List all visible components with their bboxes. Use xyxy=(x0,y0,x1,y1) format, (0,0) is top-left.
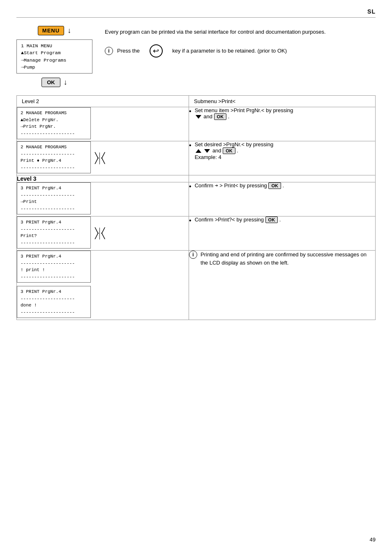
bullet-item-l3-2: • Confirm >Print?< by pressing OK . xyxy=(189,216,375,224)
lcd-r2-l3: Print ♦ PrgNr.4 xyxy=(21,157,87,164)
header-col-right: Submenu >Print< xyxy=(189,96,376,107)
ok-inline-btn-2[interactable]: OK xyxy=(223,147,235,154)
ok-inline-btn-l3-1[interactable]: OK xyxy=(268,182,281,189)
example-text: Example: 4 xyxy=(195,154,221,160)
ok-row: OK ↓ xyxy=(42,78,67,87)
level3-row1-left: 3 PRINT PrgNr.4 -------------------- →Pr… xyxy=(17,182,189,216)
and-text-2: and xyxy=(212,147,223,154)
level3-row2-left-inner: 3 PRINT PrgNr.4 -------------------- Pri… xyxy=(17,216,189,250)
page-number: 49 xyxy=(370,537,376,543)
lcd-l3r4: 3 PRINT PrgNr.4 -------------------- don… xyxy=(17,286,91,318)
lcd-l3r2-l2: -------------------- xyxy=(21,226,87,233)
arrow-down-icon: ↓ xyxy=(67,26,71,35)
lcd-row2: 2 MANAGE PROGRAMS -------------------- P… xyxy=(17,141,91,173)
level3-row-1: 3 PRINT PrgNr.4 -------------------- →Pr… xyxy=(17,182,376,216)
lcd-l3r2-l1: 3 PRINT PrgNr.4 xyxy=(21,219,87,226)
lcd-r2-l2: -------------------- xyxy=(21,151,87,158)
lcd-row1: 2 MANAGE PROGRAMS ▲Delete PrgNr. →Print … xyxy=(17,107,91,139)
and-text-1: and xyxy=(203,113,214,120)
level3-row3-left: 3 PRINT PrgNr.4 -------------------- ! p… xyxy=(17,251,189,320)
level3-header-right xyxy=(189,175,376,182)
row2-left-inner: 2 MANAGE PROGRAMS -------------------- P… xyxy=(17,141,189,175)
row1-right: • Set menu item >Print PrgNr.< by pressi… xyxy=(189,107,376,141)
confirm-print-text: > Print< by pressing xyxy=(219,182,268,189)
period-1: . xyxy=(228,113,230,120)
level3-row3-right: i Printing and end of printing are confi… xyxy=(189,251,376,320)
ok-inline-btn-1[interactable]: OK xyxy=(214,113,227,120)
lcd-r1-l3: →Print PrgNr. xyxy=(21,123,87,130)
level3-row2-right: • Confirm >Print?< by pressing OK . xyxy=(189,216,376,251)
ok-arrow-down-icon: ↓ xyxy=(64,78,67,87)
lcd-line4: →Pump xyxy=(21,64,88,71)
lcd-r1-l2: ▲Delete PrgNr. xyxy=(21,117,87,124)
lcd-l3r3: 3 PRINT PrgNr.4 -------------------- ! p… xyxy=(17,251,91,283)
lcd-l3r4-l2: -------------------- xyxy=(21,295,87,302)
info-row: i Press the ↩ key if a parameter is to b… xyxy=(105,44,376,58)
menu-button-row: MENU ↓ xyxy=(38,26,71,35)
left-panel: MENU ↓ 1 MAIN MENU ▲Start Program →Manag… xyxy=(16,26,92,87)
lcd-l3r3-l3: ! print ! xyxy=(21,267,87,274)
page: SL MENU ↓ 1 MAIN MENU ▲Start Program →Ma… xyxy=(0,0,392,555)
row1-left: 2 MANAGE PROGRAMS ▲Delete PrgNr. →Print … xyxy=(17,107,189,141)
down-arrow-tri-icon xyxy=(196,115,201,119)
lcd-l3r1-l4: -------------------- xyxy=(21,205,87,212)
intro-text: Every program can be printed via the ser… xyxy=(105,28,376,36)
lcd-l3r1-l2: -------------------- xyxy=(21,192,87,199)
lcd-line3: →Manage Programs xyxy=(21,57,88,64)
lcd-l3r3-l2: -------------------- xyxy=(21,260,87,267)
level3-row-2: 3 PRINT PrgNr.4 -------------------- Pri… xyxy=(17,216,376,251)
lcd-l3r1: 3 PRINT PrgNr.4 -------------------- →Pr… xyxy=(17,182,91,214)
period-l3-2: . xyxy=(279,216,281,223)
table-header-row: Level 2 Submenu >Print< xyxy=(17,96,376,107)
menu-button[interactable]: MENU xyxy=(38,26,64,35)
submenu-header: Submenu >Print< xyxy=(194,98,235,104)
bullet-dot-1: • xyxy=(189,108,191,115)
top-section: MENU ↓ 1 MAIN MENU ▲Start Program →Manag… xyxy=(16,26,376,87)
lcd-line1: 1 MAIN MENU xyxy=(21,42,88,49)
level3-label: Level 3 xyxy=(17,175,36,182)
lcd-r1-l4: -------------------- xyxy=(21,130,87,137)
page-label: SL xyxy=(367,8,376,15)
level3-header-row: Level 3 xyxy=(17,175,376,182)
lcd-r2-l1: 2 MANAGE PROGRAMS xyxy=(21,144,87,151)
lcd-l3r2: 3 PRINT PrgNr.4 -------------------- Pri… xyxy=(17,216,91,249)
top-bar: SL xyxy=(16,8,376,18)
lcd-r2-l4: -------------------- xyxy=(21,164,87,171)
level3-header-left: Level 3 xyxy=(17,175,189,182)
undo-key-icon: ↩ xyxy=(150,44,163,58)
info-press-text: Press the xyxy=(117,48,140,54)
ok-inline-btn-l3-2[interactable]: OK xyxy=(265,216,278,223)
period-2: . xyxy=(237,147,238,154)
up-arrow-tri-icon xyxy=(196,149,201,153)
lcd-l3r4-l4: -------------------- xyxy=(21,309,87,316)
info-press-text2: key if a parameter is to be retained. (p… xyxy=(172,48,287,54)
nav-arrows-col-l3-2: ╲│╱ ╱│╲ xyxy=(95,228,105,239)
table-row-1: 2 MANAGE PROGRAMS ▲Delete PrgNr. →Print … xyxy=(17,107,376,141)
nav-arrows-col-2: ╲│╱ ╱│╲ xyxy=(95,153,105,164)
lcd-l3r4-l3: done ! xyxy=(21,302,87,309)
period-l3-1: . xyxy=(283,182,284,189)
lcd-line2: ▲Start Program xyxy=(21,49,88,56)
bullet-content-l3-1: Confirm ➔ > Print< by pressing OK . xyxy=(195,182,284,189)
level2-header: Level 2 xyxy=(22,98,39,104)
table-row-2: 2 MANAGE PROGRAMS -------------------- P… xyxy=(17,141,376,175)
main-table: Level 2 Submenu >Print< 2 MANAGE PROGRAM… xyxy=(16,95,376,320)
row2-left: 2 MANAGE PROGRAMS -------------------- P… xyxy=(17,141,189,175)
lcd-l3r1-l3: →Print xyxy=(21,198,87,205)
bullet-dot-l3-1: • xyxy=(189,183,191,190)
lcd-l3r3-l4: -------------------- xyxy=(21,274,87,281)
bullet-content-2: Set desired >PrgNr.< by pressing and OK … xyxy=(195,141,274,160)
lcd-l3r1-l1: 3 PRINT PrgNr.4 xyxy=(21,185,87,192)
down-arrow-tri-icon-2 xyxy=(204,149,210,153)
bullet-content-1: Set menu item >Print PrgNr.< by pressing… xyxy=(195,107,293,120)
header-col-left: Level 2 xyxy=(17,96,189,107)
lcd-main-display: 1 MAIN MENU ▲Start Program →Manage Progr… xyxy=(16,39,92,74)
info-icon-l3: i xyxy=(189,251,197,259)
bullet-dot-l3-2: • xyxy=(189,217,191,224)
bullet-item-l3-1: • Confirm ➔ > Print< by pressing OK . xyxy=(189,182,375,190)
info-text-l3: Printing and end of printing are confirm… xyxy=(201,251,375,267)
bullet-text-2: Set desired >PrgNr.< by pressing xyxy=(195,141,274,147)
confirm-text-2: Confirm >Print?< by pressing xyxy=(195,216,265,223)
lcd-l3r4-l1: 3 PRINT PrgNr.4 xyxy=(21,288,87,295)
ok-button[interactable]: OK xyxy=(42,78,60,87)
